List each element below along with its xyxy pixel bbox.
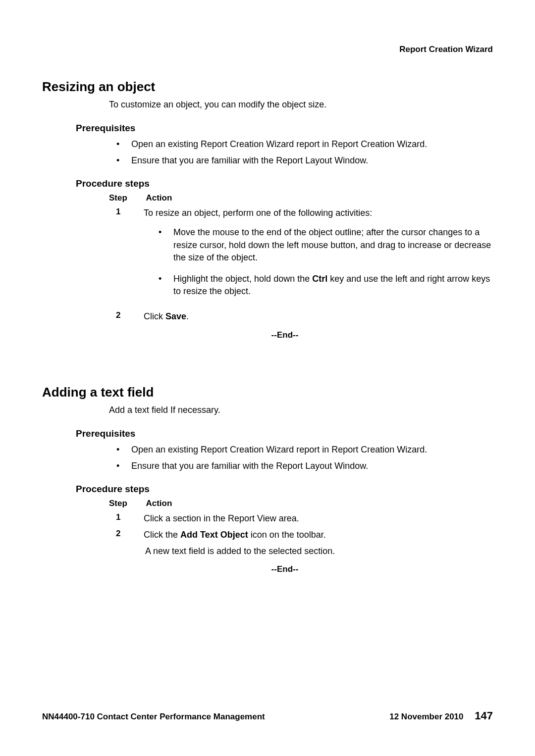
prerequisites-heading: Prerequisites <box>76 123 493 134</box>
list-item: Open an existing Report Creation Wizard … <box>116 138 493 151</box>
step-table-header: Step Action <box>109 499 493 508</box>
step-action: Click a section in the Report View area. <box>144 512 493 525</box>
section-title-resizing: Resizing an object <box>42 79 493 95</box>
sub-bullet-list: Move the mouse to the end of the object … <box>159 226 493 298</box>
step-action-bold: Add Text Object <box>180 530 248 540</box>
section-intro: To customize an object, you can modify t… <box>109 99 493 111</box>
sub-bullet-text: Move the mouse to the end of the object … <box>173 227 491 262</box>
list-item: Highlight the object, hold down the Ctrl… <box>159 273 493 298</box>
step-action-pre: Click <box>144 311 165 321</box>
list-item: Ensure that you are familiar with the Re… <box>116 459 493 473</box>
list-item: Move the mouse to the end of the object … <box>159 226 493 264</box>
step-action-post: . <box>186 311 189 321</box>
page-number: 147 <box>475 709 493 722</box>
table-row: 2 Click the Add Text Object icon on the … <box>109 529 493 541</box>
header-breadcrumb: Report Creation Wizard <box>42 45 493 54</box>
procedure-heading: Procedure steps <box>76 178 493 189</box>
sub-bullet-pre: Highlight the object, hold down the <box>173 274 312 284</box>
step-action: Click the Add Text Object icon on the to… <box>144 529 493 541</box>
prerequisites-heading: Prerequisites <box>76 428 493 439</box>
step-result: A new text field is added to the selecte… <box>145 545 493 557</box>
section-intro: Add a text field If necessary. <box>109 404 493 416</box>
action-col-header: Action <box>146 193 172 203</box>
list-item: Open an existing Report Creation Wizard … <box>116 443 493 456</box>
table-row: 1 Click a section in the Report View are… <box>109 512 493 525</box>
table-row: 2 Click Save. <box>109 310 493 323</box>
step-col-header: Step <box>109 499 144 508</box>
step-action-bold: Save <box>165 311 186 321</box>
step-table-header: Step Action <box>109 193 493 203</box>
step-col-header: Step <box>109 193 144 203</box>
step-number: 1 <box>109 207 144 306</box>
step-action-post: icon on the toolbar. <box>248 530 326 540</box>
prerequisites-list: Open an existing Report Creation Wizard … <box>116 443 493 473</box>
step-number: 1 <box>109 512 144 525</box>
section-title-adding-text: Adding a text field <box>42 385 493 400</box>
page-footer: NN44400-710 Contact Center Performance M… <box>42 709 493 722</box>
step-action: Click Save. <box>144 310 493 323</box>
footer-doc-id: NN44400-710 Contact Center Performance M… <box>42 712 265 722</box>
step-number: 2 <box>109 310 144 323</box>
action-col-header: Action <box>146 499 172 508</box>
footer-date: 12 November 2010 <box>389 712 463 721</box>
list-item: Ensure that you are familiar with the Re… <box>116 154 493 167</box>
prerequisites-list: Open an existing Report Creation Wizard … <box>116 138 493 167</box>
end-marker: --End-- <box>77 330 493 340</box>
step-action-pre: Click the <box>144 530 180 540</box>
sub-bullet-bold: Ctrl <box>312 274 327 284</box>
table-row: 1 To resize an object, perform one of th… <box>109 207 493 306</box>
step-action: To resize an object, perform one of the … <box>144 207 493 306</box>
end-marker: --End-- <box>77 564 493 574</box>
footer-right: 12 November 2010 147 <box>389 709 493 722</box>
step-number: 2 <box>109 529 144 541</box>
procedure-heading: Procedure steps <box>76 484 493 495</box>
step-action-text: To resize an object, perform one of the … <box>144 208 372 218</box>
